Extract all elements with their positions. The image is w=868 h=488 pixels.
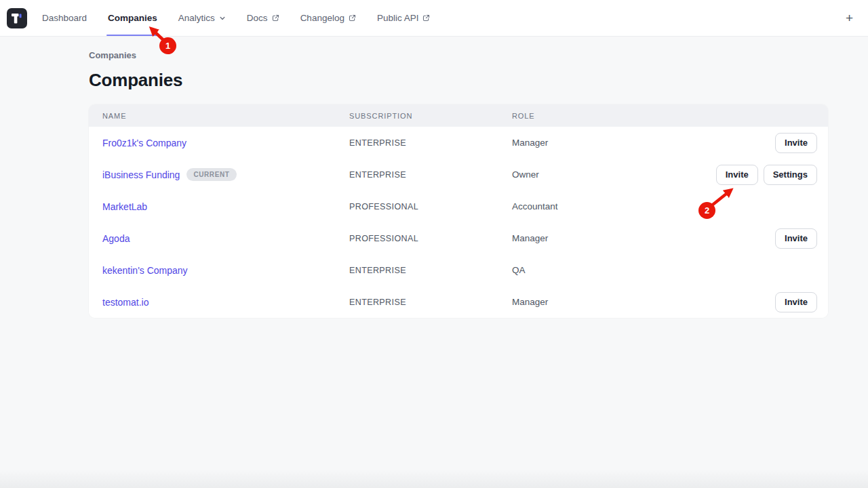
invite-button[interactable]: Invite xyxy=(775,292,817,312)
subscription-cell: ENTERPRISE xyxy=(349,266,512,275)
nav-item-analytics[interactable]: Analytics xyxy=(178,0,226,36)
column-header-subscription: SUBSCRIPTION xyxy=(349,112,512,120)
top-navigation: Dashboard Companies Analytics Docs Chang… xyxy=(0,0,868,37)
table-body: Fro0z1k's Company ENTERPRISE Manager Inv… xyxy=(89,127,828,318)
name-cell: testomat.io xyxy=(102,297,349,308)
name-cell: Agoda xyxy=(102,233,349,244)
table-header-row: NAME SUBSCRIPTION ROLE xyxy=(89,104,828,127)
name-cell: iBusiness Funding CURRENT xyxy=(102,168,349,181)
table-row: iBusiness Funding CURRENT ENTERPRISE Own… xyxy=(89,159,828,190)
company-link[interactable]: kekentin's Company xyxy=(102,265,188,276)
subscription-cell: ENTERPRISE xyxy=(349,170,512,180)
column-header-name: NAME xyxy=(102,112,349,120)
nav-item-label: Analytics xyxy=(178,13,215,23)
role-cell: Owner xyxy=(512,169,716,180)
company-link[interactable]: Fro0z1k's Company xyxy=(102,138,186,148)
invite-button[interactable]: Invite xyxy=(716,165,758,185)
chevron-down-icon xyxy=(219,15,226,22)
current-badge: CURRENT xyxy=(186,168,236,181)
subscription-cell: ENTERPRISE xyxy=(349,298,512,307)
table-row: testomat.io ENTERPRISE Manager Invite xyxy=(89,286,828,318)
role-cell: Manager xyxy=(512,138,775,148)
external-link-icon xyxy=(422,14,430,22)
nav-item-label: Companies xyxy=(108,13,157,23)
invite-button[interactable]: Invite xyxy=(775,228,817,249)
name-cell: Fro0z1k's Company xyxy=(102,138,349,148)
name-cell: kekentin's Company xyxy=(102,265,349,276)
actions-cell: Invite xyxy=(775,292,817,312)
role-cell: Accountant xyxy=(512,201,817,211)
nav-item-dashboard[interactable]: Dashboard xyxy=(42,0,87,36)
company-link[interactable]: testomat.io xyxy=(102,297,149,308)
table-row: Fro0z1k's Company ENTERPRISE Manager Inv… xyxy=(89,127,828,159)
companies-table: NAME SUBSCRIPTION ROLE Fro0z1k's Company… xyxy=(89,104,828,318)
role-cell: Manager xyxy=(512,297,775,307)
table-row: kekentin's Company ENTERPRISE QA xyxy=(89,254,828,286)
actions-cell: Invite xyxy=(775,228,817,249)
column-header-role: ROLE xyxy=(512,112,817,120)
nav-item-docs[interactable]: Docs xyxy=(247,0,279,36)
role-cell: Manager xyxy=(512,233,775,243)
actions-cell: Invite xyxy=(775,133,817,153)
table-row: Agoda PROFESSIONAL Manager Invite xyxy=(89,222,828,254)
external-link-icon xyxy=(349,14,356,22)
add-icon[interactable]: + xyxy=(843,9,856,27)
subscription-cell: PROFESSIONAL xyxy=(349,234,512,243)
nav-item-label: Changelog xyxy=(300,13,344,23)
table-row: MarketLab PROFESSIONAL Accountant xyxy=(89,190,828,222)
settings-button[interactable]: Settings xyxy=(764,165,817,185)
nav-item-label: Docs xyxy=(247,13,268,23)
page-title: Companies xyxy=(89,70,868,90)
external-link-icon xyxy=(272,14,279,22)
nav-item-label: Dashboard xyxy=(42,13,87,23)
role-cell: QA xyxy=(512,265,817,275)
subscription-cell: PROFESSIONAL xyxy=(349,202,512,211)
main-content: Companies Companies NAME SUBSCRIPTION RO… xyxy=(0,37,868,318)
actions-cell: Invite Settings xyxy=(716,165,817,185)
nav-item-public-api[interactable]: Public API xyxy=(377,0,431,36)
nav-menu: Dashboard Companies Analytics Docs Chang… xyxy=(42,0,430,36)
nav-item-changelog[interactable]: Changelog xyxy=(300,0,356,36)
company-link[interactable]: MarketLab xyxy=(102,201,147,212)
company-link[interactable]: Agoda xyxy=(102,233,130,244)
testomat-logo-icon xyxy=(7,8,27,28)
breadcrumb: Companies xyxy=(89,37,868,60)
subscription-cell: ENTERPRISE xyxy=(349,138,512,148)
nav-item-label: Public API xyxy=(377,13,419,23)
company-link[interactable]: iBusiness Funding xyxy=(102,169,180,180)
nav-item-companies[interactable]: Companies xyxy=(108,0,157,36)
invite-button[interactable]: Invite xyxy=(775,133,817,153)
testomat-logo[interactable] xyxy=(7,8,27,28)
name-cell: MarketLab xyxy=(102,201,349,212)
bottom-fade xyxy=(0,469,868,488)
